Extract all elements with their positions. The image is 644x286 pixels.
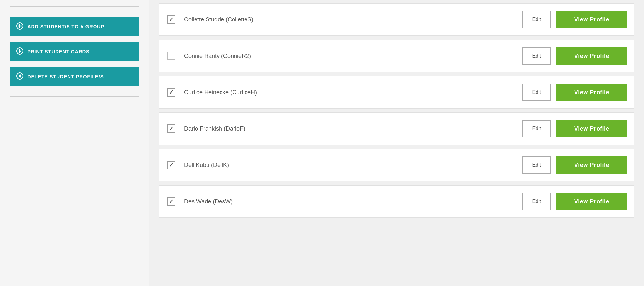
view-profile-button-4[interactable]: View Profile	[556, 120, 627, 137]
edit-button-4[interactable]: Edit	[522, 120, 551, 137]
checkbox-container	[166, 196, 176, 207]
student-row: Dell Kubu (DellK)EditView Profile	[159, 149, 634, 181]
view-profile-button-2[interactable]: View Profile	[556, 47, 627, 65]
view-profile-button-1[interactable]: View Profile	[556, 11, 627, 28]
student-checkbox-4[interactable]	[167, 124, 175, 133]
student-name: Dell Kubu (DellK)	[184, 162, 522, 169]
checkbox-container	[166, 51, 176, 61]
student-name: Dario Frankish (DarioF)	[184, 125, 522, 132]
sidebar-top-divider	[10, 6, 139, 7]
add-group-label: ADD STUDENT/S TO A GROUP	[27, 24, 104, 29]
student-name: Collette Studde (ColletteS)	[184, 16, 522, 23]
sidebar-bottom-divider	[10, 96, 139, 97]
view-profile-button-6[interactable]: View Profile	[556, 193, 627, 210]
student-checkbox-2[interactable]	[167, 52, 175, 60]
sidebar-btn-delete-profiles[interactable]: DELETE STUDENT PROFILE/S	[10, 67, 139, 86]
checkbox-container	[166, 160, 176, 170]
student-checkbox-5[interactable]	[167, 161, 175, 169]
student-name: Connie Rarity (ConnieR2)	[184, 53, 522, 59]
student-row: Connie Rarity (ConnieR2)EditView Profile	[159, 40, 634, 72]
view-profile-button-3[interactable]: View Profile	[556, 84, 627, 101]
sidebar-btn-add-group[interactable]: ADD STUDENT/S TO A GROUP	[10, 17, 139, 36]
view-profile-button-5[interactable]: View Profile	[556, 156, 627, 174]
checkbox-container	[166, 87, 176, 98]
edit-button-2[interactable]: Edit	[522, 47, 551, 65]
delete-profiles-icon	[16, 72, 23, 81]
sidebar-btn-print-cards[interactable]: PRINT STUDENT CARDS	[10, 42, 139, 61]
checkbox-container	[166, 124, 176, 134]
student-row: Collette Studde (ColletteS)EditView Prof…	[159, 3, 634, 36]
add-group-icon	[16, 22, 23, 31]
print-cards-icon	[16, 47, 23, 56]
edit-button-1[interactable]: Edit	[522, 11, 551, 28]
student-name: Des Wade (DesW)	[184, 198, 522, 205]
edit-button-3[interactable]: Edit	[522, 84, 551, 101]
print-cards-label: PRINT STUDENT CARDS	[27, 49, 90, 54]
checkbox-container	[166, 14, 176, 25]
student-checkbox-1[interactable]	[167, 15, 175, 24]
student-row: Curtice Heinecke (CurticeH)EditView Prof…	[159, 76, 634, 109]
main-content: Collette Studde (ColletteS)EditView Prof…	[149, 0, 644, 286]
sidebar-buttons: ADD STUDENT/S TO A GROUP PRINT STUDENT C…	[10, 17, 139, 86]
student-row: Dario Frankish (DarioF)EditView Profile	[159, 112, 634, 145]
sidebar: ADD STUDENT/S TO A GROUP PRINT STUDENT C…	[0, 0, 149, 286]
edit-button-5[interactable]: Edit	[522, 156, 551, 174]
delete-profiles-label: DELETE STUDENT PROFILE/S	[27, 74, 104, 79]
student-checkbox-3[interactable]	[167, 88, 175, 97]
student-row: Des Wade (DesW)EditView Profile	[159, 185, 634, 218]
student-name: Curtice Heinecke (CurticeH)	[184, 89, 522, 96]
edit-button-6[interactable]: Edit	[522, 193, 551, 210]
student-list: Collette Studde (ColletteS)EditView Prof…	[159, 3, 634, 218]
student-checkbox-6[interactable]	[167, 197, 175, 206]
